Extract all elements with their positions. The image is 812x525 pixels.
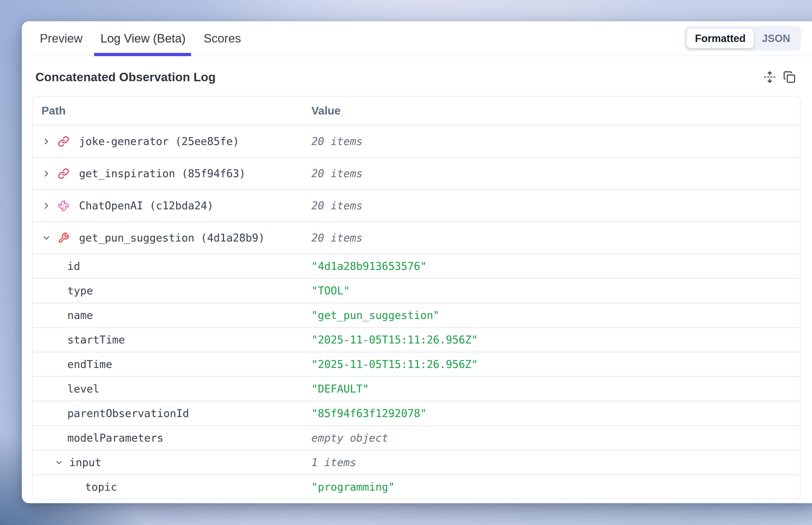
column-header-value: Value: [311, 104, 800, 117]
path-key: input: [69, 456, 101, 468]
desktop-background: Preview Log View (Beta) Scores Formatted…: [0, 0, 812, 525]
tab-bar: Preview Log View (Beta) Scores Formatted…: [22, 21, 812, 56]
table-row[interactable]: startTime "2025-11-05T15:11:26.956Z": [33, 327, 800, 351]
table-header: Path Value: [33, 96, 800, 125]
table-row[interactable]: type "TOOL": [33, 278, 800, 303]
row-value: 20 items: [311, 167, 800, 180]
row-value: "2025-11-05T15:11:26.956Z": [311, 358, 800, 371]
table-row[interactable]: parentObservationId "85f94f63f1292078": [33, 401, 800, 425]
row-value: "2025-11-05T15:11:26.956Z": [311, 334, 800, 346]
row-value: "TOOL": [311, 285, 800, 297]
column-header-path: Path: [33, 104, 311, 117]
row-value: 20 items: [311, 135, 800, 148]
row-value: "programming": [311, 481, 800, 493]
table-row[interactable]: name "get_pun_suggestion": [33, 303, 800, 327]
chevron-down-icon[interactable]: [42, 233, 51, 243]
row-value: empty object: [311, 432, 800, 444]
copy-icon[interactable]: [783, 71, 796, 84]
tab-scores[interactable]: Scores: [202, 21, 243, 56]
path-key: startTime: [67, 334, 125, 346]
chevron-right-icon[interactable]: [42, 169, 51, 179]
link-icon: [58, 168, 69, 179]
format-toggle: Formatted JSON: [684, 26, 801, 51]
path-key: modelParameters: [67, 432, 163, 444]
path-key: type: [67, 285, 93, 297]
row-value: "85f94f63f1292078": [311, 407, 800, 420]
observation-log-table: Path Value joke-generator (25ee85fe) 20 …: [32, 96, 800, 499]
table-row[interactable]: level "DEFAULT": [33, 376, 800, 401]
tab-preview[interactable]: Preview: [38, 21, 85, 56]
path-key: ChatOpenAI (c12bda24): [79, 199, 213, 212]
chevron-down-icon[interactable]: [55, 458, 63, 467]
chevron-right-icon[interactable]: [42, 137, 51, 146]
table-row[interactable]: ChatOpenAI (c12bda24) 20 items: [33, 189, 800, 221]
tab-log-view[interactable]: Log View (Beta): [99, 21, 188, 56]
chevron-right-icon[interactable]: [42, 201, 51, 211]
table-row[interactable]: get_inspiration (85f94f63) 20 items: [33, 157, 800, 189]
row-value: 20 items: [311, 199, 800, 212]
table-row[interactable]: joke-generator (25ee85fe) 20 items: [33, 125, 800, 157]
table-row[interactable]: endTime "2025-11-05T15:11:26.956Z": [33, 351, 800, 376]
unfold-vertical-icon[interactable]: [764, 71, 776, 84]
path-key: get_inspiration (85f94f63): [79, 167, 246, 180]
page-title: Concatenated Observation Log: [35, 70, 216, 84]
row-value: "DEFAULT": [311, 383, 800, 395]
panel-actions: [764, 71, 796, 84]
panel-header: Concatenated Observation Log: [22, 56, 812, 96]
path-key: id: [67, 260, 80, 272]
table-row[interactable]: get_pun_suggestion (4d1a28b9) 20 items: [33, 221, 800, 254]
row-value: "4d1a28b913653576": [311, 260, 800, 272]
fan-icon: [58, 200, 69, 211]
table-row[interactable]: input 1 items: [33, 450, 800, 474]
path-key: get_pun_suggestion (4d1a28b9): [79, 232, 265, 244]
path-key: level: [67, 383, 99, 395]
toggle-option-formatted[interactable]: Formatted: [687, 29, 754, 48]
path-key: topic: [85, 481, 117, 493]
path-key: endTime: [67, 358, 112, 371]
path-key: name: [67, 309, 93, 321]
row-value: 1 items: [311, 456, 800, 468]
toggle-option-json[interactable]: JSON: [754, 29, 798, 48]
table-row[interactable]: modelParameters empty object: [33, 425, 800, 450]
path-key: joke-generator (25ee85fe): [79, 135, 239, 148]
row-value: "get_pun_suggestion": [311, 309, 800, 321]
row-value: 20 items: [311, 232, 800, 244]
link-icon: [58, 136, 69, 147]
wrench-icon: [58, 232, 69, 244]
table-row[interactable]: id "4d1a28b913653576": [33, 254, 800, 278]
path-key: parentObservationId: [67, 407, 189, 420]
trace-detail-card: Preview Log View (Beta) Scores Formatted…: [22, 21, 812, 503]
table-row[interactable]: topic "programming": [33, 474, 800, 499]
